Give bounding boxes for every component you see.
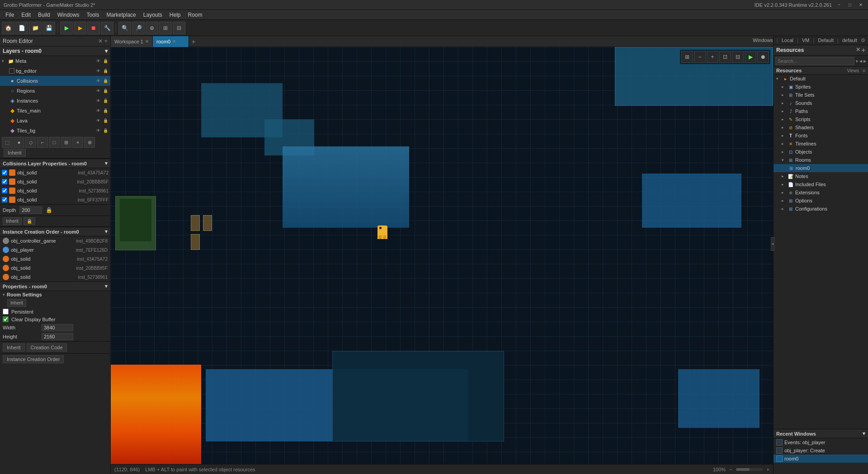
layer-collisions[interactable]: ● Collisions 👁 🔒 xyxy=(0,76,110,86)
layout-button[interactable]: ⊟ xyxy=(173,22,185,34)
grid-toggle-btn[interactable]: ⊞ xyxy=(681,51,693,63)
depth-lock-icon[interactable]: 🔒 xyxy=(46,207,52,213)
local-label[interactable]: Local xyxy=(782,38,793,43)
instances-lock[interactable]: 🔒 xyxy=(102,98,108,104)
room-editor-add[interactable]: + xyxy=(104,38,108,44)
search-button[interactable]: 🔍 xyxy=(118,22,131,34)
meta-lock[interactable]: 🔒 xyxy=(102,58,108,64)
room0-tab-close[interactable]: ✕ xyxy=(172,39,176,44)
clear-display-check[interactable] xyxy=(3,316,9,322)
collision-check-3[interactable] xyxy=(2,188,7,193)
depth-lock-btn[interactable]: 🔒 xyxy=(24,217,35,225)
clean-button[interactable]: 🔧 xyxy=(101,22,113,34)
res-configurations[interactable]: ▸ ⊞ Configurations xyxy=(774,205,868,213)
stop-button[interactable]: ⏹ xyxy=(87,22,100,34)
layer-tiles-main[interactable]: ◆ Tiles_main 👁 🔒 xyxy=(0,106,110,116)
canvas-area[interactable]: ⊞ − + ⊡ ⊟ ▶ ⏺ xyxy=(111,47,773,464)
regions-lock[interactable]: 🔒 xyxy=(102,88,108,94)
tiles-main-eye[interactable]: 👁 xyxy=(95,108,101,114)
layer-instances[interactable]: ◈ Instances 👁 🔒 xyxy=(0,96,110,106)
res-scripts[interactable]: ▸ ✎ Scripts xyxy=(774,115,868,123)
views-label[interactable]: Views xyxy=(847,68,859,73)
res-tilesets[interactable]: ▸ ⊞ Tile Sets xyxy=(774,91,868,99)
menu-file[interactable]: File xyxy=(2,11,18,19)
menu-build[interactable]: Build xyxy=(34,11,54,19)
room-editor-close[interactable]: ✕ xyxy=(98,38,103,44)
zoom-fit-btn[interactable]: ⊡ xyxy=(719,51,731,63)
tab-room0[interactable]: room0 ✕ xyxy=(153,36,189,47)
menu-help[interactable]: Help xyxy=(166,11,184,19)
collision-check-1[interactable] xyxy=(2,170,7,175)
tiles-main-lock[interactable]: 🔒 xyxy=(102,108,108,114)
search-dropdown-btn[interactable]: ▾ xyxy=(856,59,858,64)
ico-collapse[interactable]: ▾ xyxy=(105,229,108,235)
res-nav-left[interactable]: ◂ xyxy=(859,58,862,64)
erase-tool[interactable]: ◇ xyxy=(25,137,36,148)
res-options[interactable]: ▸ ⊞ Options xyxy=(774,197,868,205)
default2-label[interactable]: default xyxy=(842,38,857,43)
height-input[interactable] xyxy=(42,333,73,340)
rw-header[interactable]: Recent Windows ▾ xyxy=(774,429,868,438)
res-room0[interactable]: ⊞ room0 xyxy=(774,164,868,172)
box-tool[interactable]: □ xyxy=(49,137,60,148)
layer-tiles-bg[interactable]: ◆ Tiles_bg 👁 🔒 xyxy=(0,126,110,136)
res-shaders[interactable]: ▸ ⊘ Shaders xyxy=(774,123,868,131)
rw-item-3[interactable]: room0 xyxy=(774,455,868,463)
layers-collapse[interactable]: ▾ xyxy=(105,48,108,54)
res-default[interactable]: ▾ ▸ Default xyxy=(774,75,868,83)
meta-eye[interactable]: 👁 xyxy=(95,58,101,64)
save-button[interactable]: 💾 xyxy=(42,22,55,34)
lava-lock[interactable]: 🔒 xyxy=(102,117,108,124)
res-objects[interactable]: ▸ ⊡ Objects xyxy=(774,148,868,156)
bg-eye[interactable]: 👁 xyxy=(95,68,101,74)
zoom-in-cv-btn[interactable]: + xyxy=(707,51,718,63)
creation-code-btn[interactable]: Creation Code xyxy=(27,343,67,352)
grid-button[interactable]: ⊞ xyxy=(159,22,172,34)
open-button[interactable]: 📁 xyxy=(29,22,42,34)
record-btn[interactable]: ⏺ xyxy=(757,51,769,63)
inherit-layers-btn[interactable]: Inherit xyxy=(4,149,26,157)
select-tool[interactable]: ⬚ xyxy=(2,137,13,148)
fill-tool[interactable]: ⊞ xyxy=(61,137,71,148)
layers-header[interactable]: Layers - room0 ▾ xyxy=(0,47,110,56)
collisions-lock[interactable]: 🔒 xyxy=(102,78,108,84)
zoom-plus[interactable]: + xyxy=(767,467,769,472)
maximize-button[interactable]: □ xyxy=(846,1,854,9)
res-paths[interactable]: ▸ ⤴ Paths xyxy=(774,107,868,115)
zoom-actual-btn[interactable]: ⊟ xyxy=(732,51,744,63)
rw-item-1[interactable]: Events: obj_player xyxy=(774,438,868,446)
layer-bg-editor[interactable]: bg_editor 👁 🔒 xyxy=(0,66,110,76)
layer-regions[interactable]: ○ Regions 👁 🔒 xyxy=(0,86,110,96)
menu-tools[interactable]: Tools xyxy=(83,11,103,19)
menu-edit[interactable]: Edit xyxy=(18,11,34,19)
instance-creation-order-btn[interactable]: Instance Creation Order xyxy=(3,355,64,363)
res-timelines[interactable]: ▸ ✕ Timelines xyxy=(774,140,868,148)
zoom-slider[interactable] xyxy=(736,468,763,471)
ico-header[interactable]: Instance Creation Order - room0 ▾ xyxy=(0,227,110,236)
menu-marketplace[interactable]: Marketplace xyxy=(103,11,139,19)
home-button[interactable]: 🏠 xyxy=(2,22,14,34)
tiles-bg-eye[interactable]: 👁 xyxy=(95,127,101,134)
windows-label[interactable]: Windows xyxy=(753,38,773,43)
collision-check-4[interactable] xyxy=(2,197,7,202)
search2-button[interactable]: 🔎 xyxy=(132,22,145,34)
rw-collapse[interactable]: ▾ xyxy=(863,431,865,436)
collision-check-2[interactable] xyxy=(2,179,7,184)
collisions-eye[interactable]: 👁 xyxy=(95,78,101,84)
depth-input[interactable] xyxy=(19,206,42,214)
pick-tool[interactable]: ⌖ xyxy=(72,137,83,148)
res-close[interactable]: ✕ xyxy=(856,47,860,54)
flip-tool[interactable]: ⊗ xyxy=(84,137,95,148)
inherit-bottom-btn[interactable]: Inherit xyxy=(3,343,25,352)
res-sounds[interactable]: ▸ ♪ Sounds xyxy=(774,99,868,107)
workspace-tab-close[interactable]: ✕ xyxy=(145,39,149,44)
props-header[interactable]: Properties - room0 ▾ xyxy=(0,282,110,291)
instances-eye[interactable]: 👁 xyxy=(95,98,101,104)
tiles-bg-lock[interactable]: 🔒 xyxy=(102,127,108,134)
vm-label[interactable]: VM xyxy=(802,38,810,43)
zoom-minus[interactable]: − xyxy=(729,467,732,472)
regions-eye[interactable]: 👁 xyxy=(95,88,101,94)
tab-workspace[interactable]: Workspace 1 ✕ xyxy=(111,36,153,47)
minimize-button[interactable]: − xyxy=(835,1,843,9)
views-menu-icon[interactable]: ≡ xyxy=(863,68,865,73)
